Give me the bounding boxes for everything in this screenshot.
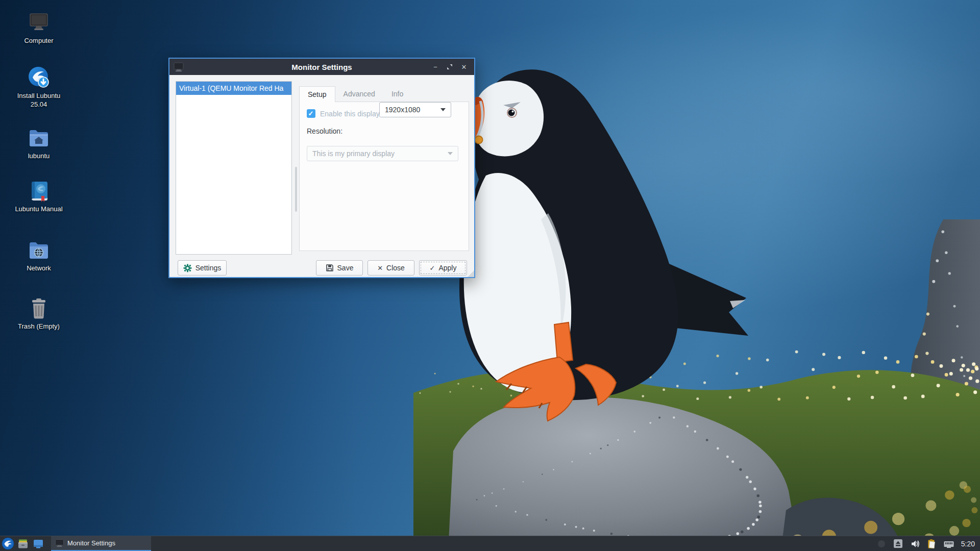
save-button[interactable]: Save [316, 260, 363, 276]
settings-button-label: Settings [195, 264, 222, 272]
task-monitor-icon [55, 539, 64, 547]
computer-icon [27, 10, 51, 35]
task-label: Monitor Settings [67, 539, 115, 547]
desktop-icon-label: lubuntu [9, 152, 68, 161]
file-manager-icon [17, 538, 29, 550]
window-monitor-icon [174, 62, 184, 71]
lubuntu-logo-icon [2, 537, 14, 550]
window-title: Monitor Settings [169, 63, 474, 71]
desktop-icon-label: Network [9, 264, 68, 273]
window-resize-grip[interactable] [468, 270, 474, 277]
clock[interactable]: 5:20 [960, 540, 975, 548]
close-window-button[interactable]: ✕ [459, 62, 469, 72]
tab-bar: Setup Advanced Info [299, 86, 411, 102]
desktop-icon-lubuntu-manual[interactable]: Lubuntu Manual [9, 179, 68, 214]
check-icon: ✓ [430, 264, 435, 272]
primary-display-value: This is my primary display [312, 149, 395, 158]
desktop-icon-label: Lubuntu Manual [9, 205, 68, 214]
enable-display-label: Enable this display [320, 110, 380, 118]
taskbar-task-monitor-settings[interactable]: Monitor Settings [51, 536, 151, 551]
resolution-label: Resolution: [307, 127, 342, 135]
start-menu-button[interactable] [0, 536, 15, 551]
monitor-list-item[interactable]: Virtual-1 (QEMU Monitor Red Ha [176, 82, 291, 95]
wallpaper-puffin [0, 0, 980, 551]
desktop-icon-network[interactable]: Network [9, 238, 68, 273]
desktop-icon-install-lubuntu[interactable]: Install Lubuntu 25.04 [9, 65, 68, 109]
removable-media-eject-icon[interactable] [893, 538, 904, 549]
trash-icon [27, 296, 51, 320]
resolution-dropdown[interactable]: 980x551 [379, 102, 451, 117]
chevron-down-icon [440, 108, 446, 111]
enable-display-checkbox[interactable] [307, 109, 315, 118]
monitor-settings-window: Monitor Settings − ✕ Virtual-1 (QEMU Mon… [168, 58, 475, 278]
desktop-icon-trash[interactable]: Trash (Empty) [9, 296, 68, 331]
apply-button[interactable]: ✓ Apply [419, 260, 467, 276]
network-folder-icon [27, 238, 51, 262]
close-button[interactable]: ✕ Close [368, 260, 414, 276]
desktop-icon-lubuntu-home[interactable]: lubuntu [9, 126, 68, 161]
show-desktop-icon [32, 538, 44, 550]
apply-button-label: Apply [438, 264, 456, 272]
desktop-icon-label: Install Lubuntu 25.04 [9, 92, 68, 109]
primary-display-dropdown: This is my primary display [307, 146, 458, 161]
show-desktop-button[interactable] [31, 536, 46, 551]
resolution-value: 980x551 [385, 106, 420, 114]
taskbar: Monitor Settings [0, 536, 980, 551]
install-lubuntu-icon [27, 65, 51, 90]
restore-button[interactable] [445, 62, 455, 72]
save-button-label: Save [337, 264, 354, 272]
close-x-icon: ✕ [377, 264, 383, 272]
clipboard-icon[interactable] [926, 538, 938, 549]
desktop-icon-label: Trash (Empty) [9, 322, 68, 331]
save-floppy-icon [326, 264, 334, 272]
inactive-tray-icon[interactable] [876, 538, 887, 549]
manual-book-icon [27, 179, 51, 203]
volume-icon[interactable] [910, 538, 921, 549]
file-manager-launcher[interactable] [15, 536, 31, 551]
setup-tab-panel: Enable this display Resolution: 1920x108… [299, 102, 469, 251]
restore-icon [447, 64, 453, 70]
minimize-button[interactable]: − [430, 62, 440, 72]
desktop-icon-label: Computer [9, 37, 68, 45]
chevron-down-icon [448, 152, 453, 155]
tab-info[interactable]: Info [383, 86, 411, 102]
monitor-list[interactable]: Virtual-1 (QEMU Monitor Red Ha [176, 81, 292, 255]
system-tray: 5:20 [876, 538, 980, 549]
tab-advanced[interactable]: Advanced [335, 86, 383, 102]
network-connection-icon[interactable] [943, 538, 954, 549]
tab-setup[interactable]: Setup [299, 86, 335, 102]
close-button-label: Close [386, 264, 405, 272]
list-scrollbar[interactable] [295, 167, 297, 212]
gear-icon [183, 264, 192, 272]
desktop-icon-computer[interactable]: Computer [9, 10, 68, 45]
settings-button[interactable]: Settings [178, 260, 227, 276]
window-titlebar[interactable]: Monitor Settings − ✕ [169, 59, 474, 75]
home-folder-icon [27, 126, 51, 150]
